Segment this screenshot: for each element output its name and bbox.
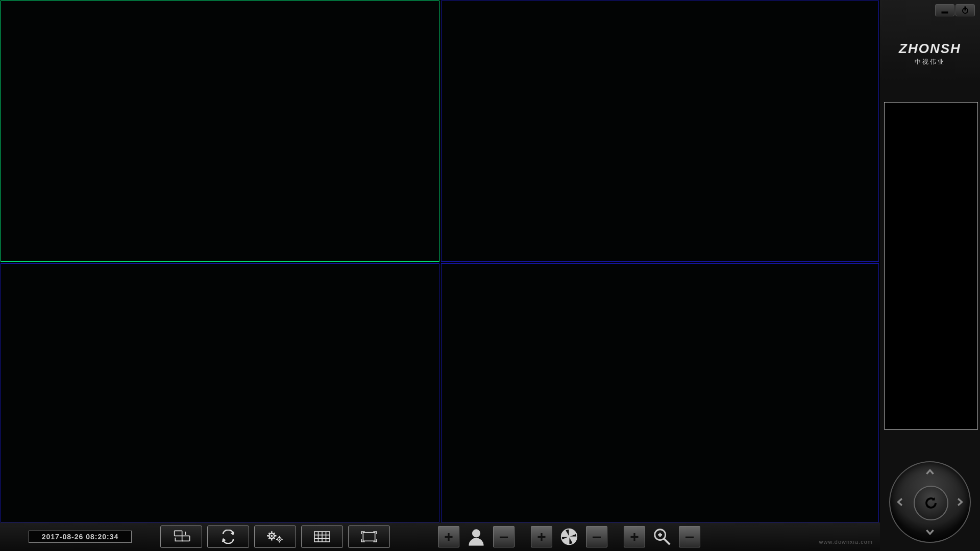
zoom-out-button[interactable]: － — [679, 526, 700, 547]
user-control-group: + － — [436, 524, 517, 549]
ptz-control — [880, 456, 980, 548]
svg-rect-4 — [182, 536, 190, 541]
iris-close-button[interactable]: － — [586, 526, 607, 547]
refresh-icon — [923, 495, 939, 511]
brand-logo: ZHONSH 中视伟业 — [880, 41, 980, 66]
svg-rect-2 — [965, 7, 966, 10]
svg-rect-3 — [175, 531, 182, 536]
svg-point-8 — [279, 539, 280, 540]
svg-point-6 — [271, 535, 273, 537]
fullscreen-icon — [359, 530, 379, 544]
ptz-down-button[interactable] — [923, 525, 937, 540]
brand-text-main: ZHONSH — [899, 41, 961, 56]
bottom-toolbar: 2017-08-26 08:20:34 + — [0, 522, 880, 551]
camera-cell-2[interactable] — [441, 1, 879, 262]
ptz-left-button[interactable] — [892, 495, 906, 509]
settings-button[interactable] — [254, 525, 296, 548]
datetime-display: 2017-08-26 08:20:34 — [29, 531, 132, 543]
zoom-in-button[interactable]: + — [624, 526, 645, 547]
brand-text-sub: 中视伟业 — [880, 58, 980, 66]
grid-layout-button[interactable] — [301, 525, 343, 548]
chevron-up-icon — [925, 466, 935, 477]
refresh-button[interactable] — [207, 525, 249, 548]
ptz-right-button[interactable] — [953, 495, 968, 509]
right-sidebar: ZHONSH 中视伟业 — [880, 0, 980, 551]
ptz-reset-button[interactable] — [914, 486, 948, 520]
svg-rect-0 — [942, 12, 948, 13]
chevron-right-icon — [955, 497, 966, 507]
iris-open-button[interactable]: + — [531, 526, 552, 547]
camera-cell-3[interactable] — [1, 263, 439, 522]
svg-rect-10 — [363, 533, 375, 541]
device-list-panel[interactable] — [884, 102, 978, 430]
sync-icon — [218, 530, 238, 544]
camera-cell-1[interactable] — [1, 1, 439, 262]
chevron-down-icon — [925, 528, 935, 538]
power-button[interactable] — [955, 4, 975, 16]
video-grid — [0, 0, 880, 522]
ptz-up-button[interactable] — [923, 464, 937, 479]
magnifier-icon — [649, 524, 675, 549]
watermark-text: www.downxia.com — [819, 539, 873, 545]
minimize-button[interactable] — [935, 4, 954, 16]
grid-icon — [312, 530, 332, 544]
fullscreen-button[interactable] — [348, 525, 390, 548]
user-icon — [463, 524, 489, 549]
power-icon — [961, 6, 969, 14]
user-remove-button[interactable]: － — [493, 526, 514, 547]
user-add-button[interactable]: + — [438, 526, 459, 547]
zoom-control-group: + － — [622, 524, 702, 549]
gears-icon — [265, 530, 285, 544]
iris-control-group: + － — [529, 524, 609, 549]
minimize-icon — [941, 6, 949, 14]
network-icon — [171, 530, 191, 544]
aperture-icon — [556, 524, 582, 549]
network-button[interactable] — [160, 525, 202, 548]
camera-cell-4[interactable] — [441, 263, 879, 522]
svg-point-11 — [472, 530, 480, 537]
chevron-left-icon — [894, 497, 904, 507]
